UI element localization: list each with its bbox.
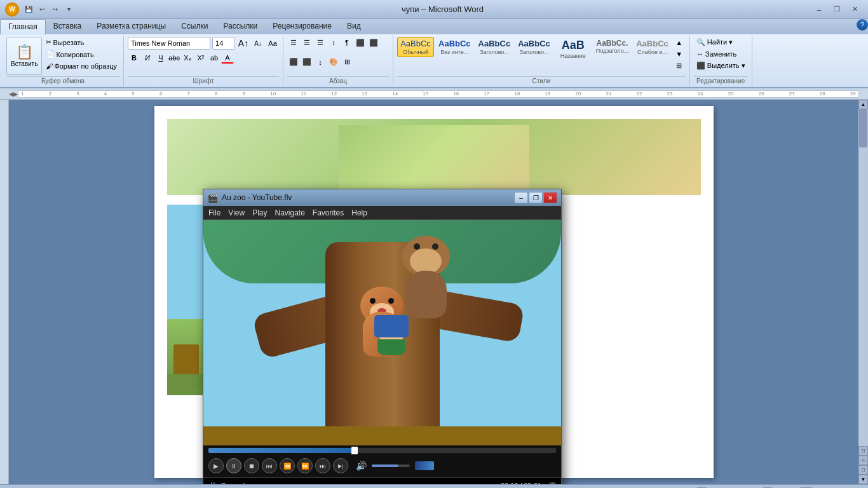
menu-view[interactable]: View [228, 208, 245, 217]
font-family-input[interactable] [128, 37, 210, 50]
select-object-button[interactable]: ○ [858, 456, 868, 465]
copy-button[interactable]: 📄 Копировать [43, 49, 119, 60]
grow-font-button[interactable]: A↑ [237, 37, 250, 49]
media-close-button[interactable]: ✕ [543, 192, 557, 203]
menu-navigate[interactable]: Navigate [275, 208, 304, 217]
justify-button[interactable]: ⬛ [301, 57, 313, 68]
minimize-button[interactable]: – [811, 3, 827, 16]
format-painter-button[interactable]: 🖌 Формат по образцу [43, 61, 119, 71]
style-subtle-preview: AaBbCc [636, 39, 668, 49]
tab-insert[interactable]: Вставка [46, 19, 90, 34]
scroll-down-button[interactable]: ▼ [858, 475, 868, 484]
style-subtitle[interactable]: AaBbCc. Подзаголо... [593, 37, 632, 56]
menu-file[interactable]: File [208, 208, 220, 217]
volume-slider[interactable] [372, 464, 410, 467]
paste-button[interactable]: 📋 Вставить [6, 37, 42, 75]
multilevel-button[interactable]: ☰ [314, 37, 327, 48]
cut-button[interactable]: ✂ Вырезать [43, 37, 119, 48]
media-player-window: 🎬 Au zoo - YouTube.flv – ❐ ✕ File View P… [203, 189, 562, 484]
next-button[interactable]: ⏭ [315, 458, 330, 473]
style-heading1-preview: AaBbCc [478, 39, 511, 49]
style-no-spacing[interactable]: AaBbCc Без инте... [435, 37, 474, 57]
style-subtle[interactable]: AaBbCc Слабое в... [633, 37, 672, 57]
font-size-input[interactable] [212, 37, 235, 50]
shading-button[interactable]: 🎨 [327, 57, 340, 68]
seek-track[interactable] [208, 448, 556, 453]
play-button[interactable]: ▶ [208, 458, 224, 473]
undo-button[interactable]: ↩ [36, 4, 48, 15]
shrink-font-button[interactable]: A↓ [252, 37, 264, 49]
select-button[interactable]: ⬛ Выделить ▾ [694, 60, 748, 71]
page-down-button[interactable]: □ [858, 465, 868, 475]
save-button[interactable]: 💾 [23, 4, 34, 15]
subscript-button[interactable]: X₂ [181, 52, 194, 64]
seek-bar-container [203, 445, 561, 454]
align-left-button[interactable]: ⬛ [354, 37, 367, 48]
tab-page-layout[interactable]: Разметка страницы [89, 19, 173, 34]
style-normal[interactable]: AaBbCc Обычный [397, 37, 434, 57]
style-no-spacing-preview: AaBbCc [438, 39, 471, 49]
media-minimize-button[interactable]: – [514, 192, 528, 203]
bullets-button[interactable]: ☰ [287, 37, 300, 48]
fullscreen-button[interactable]: ⊞ [549, 480, 556, 484]
change-case-button[interactable]: Aa [266, 37, 279, 49]
highlight-button[interactable]: ab [208, 52, 220, 64]
media-player-icon: 🎬 [207, 193, 218, 203]
menu-help[interactable]: Help [351, 208, 367, 217]
bold-button[interactable]: B [128, 52, 140, 64]
help-button[interactable]: ? [857, 19, 868, 30]
replace-button[interactable]: ↔ Заменить [694, 49, 740, 59]
borders-button[interactable]: ⊞ [341, 57, 353, 68]
scroll-track[interactable] [858, 109, 868, 446]
bear-eye-left [370, 298, 376, 304]
show-marks-button[interactable]: ¶ [341, 37, 353, 48]
align-center-button[interactable]: ⬛ [367, 37, 380, 48]
line-spacing-button[interactable]: ↕ [314, 57, 327, 68]
style-subtle-label: Слабое в... [637, 49, 667, 55]
page-up-button[interactable]: □ [858, 446, 868, 456]
style-normal-preview: AaBbCc [400, 39, 431, 49]
align-right-button[interactable]: ⬛ [287, 57, 300, 68]
media-restore-button[interactable]: ❐ [529, 192, 543, 203]
rewind-button[interactable]: ⏪ [280, 458, 295, 473]
stop-button[interactable]: ⏹ [244, 458, 259, 473]
styles-scroll-down[interactable]: ▼ [673, 48, 686, 60]
redo-button[interactable]: ↪ [50, 4, 61, 15]
scroll-thumb[interactable] [859, 109, 867, 147]
customize-button[interactable]: ▾ [63, 4, 74, 15]
menu-favorites[interactable]: Favorites [313, 208, 344, 217]
office-logo[interactable]: W [5, 3, 19, 17]
tab-references[interactable]: Ссылки [173, 19, 215, 34]
video-area[interactable] [203, 220, 561, 445]
copy-icon: 📄 [46, 50, 55, 58]
style-title[interactable]: AaB Название [555, 37, 592, 61]
menu-play[interactable]: Play [252, 208, 267, 217]
italic-button[interactable]: И [141, 52, 154, 64]
sort-button[interactable]: ↕ [327, 37, 340, 48]
restore-button[interactable]: ❐ [829, 3, 845, 16]
seek-thumb[interactable] [351, 447, 358, 454]
frame-button[interactable]: ▶| [333, 458, 348, 473]
tab-mailings[interactable]: Рассылки [215, 19, 265, 34]
tab-view[interactable]: Вид [339, 19, 369, 34]
strikethrough-button[interactable]: abc [168, 52, 180, 64]
media-title-bar: 🎬 Au zoo - YouTube.flv – ❐ ✕ [203, 189, 561, 206]
numbering-button[interactable]: ☰ [301, 37, 313, 48]
superscript-button[interactable]: X² [194, 52, 207, 64]
vertical-scrollbar: ▲ □ ○ □ ▼ [858, 100, 868, 484]
tab-review[interactable]: Рецензирование [265, 19, 339, 34]
underline-button[interactable]: Ч [154, 52, 167, 64]
styles-scroll-up[interactable]: ▲ [673, 37, 686, 48]
font-color-button[interactable]: A [221, 52, 234, 64]
style-heading1[interactable]: AaBbCc Заголово... [475, 37, 514, 57]
eq-bars [415, 461, 434, 470]
prev-button[interactable]: ⏮ [262, 458, 277, 473]
find-button[interactable]: 🔍 Найти ▾ [694, 37, 736, 48]
forward-button[interactable]: ⏩ [297, 458, 313, 473]
scroll-up-button[interactable]: ▲ [858, 100, 868, 109]
pause-button[interactable]: ⏸ [226, 458, 241, 473]
styles-expand[interactable]: ⊞ [673, 60, 686, 71]
style-heading2[interactable]: AaBbCc Заголово... [515, 37, 553, 57]
close-button[interactable]: ✕ [846, 3, 863, 16]
tab-home[interactable]: Главная [0, 19, 46, 35]
